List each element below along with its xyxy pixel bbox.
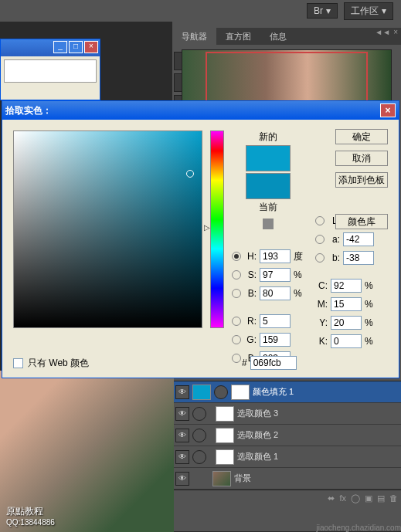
layer-name: 背景	[234, 473, 251, 484]
radio-b[interactable]	[232, 289, 241, 298]
a-input[interactable]	[343, 232, 374, 246]
dialog-buttons: 确定 取消 添加到色板 颜色库	[335, 129, 388, 229]
mask-icon[interactable]: ◯	[351, 493, 360, 503]
mask-thumb	[231, 385, 250, 400]
current-label: 当前	[259, 201, 277, 214]
adjustment-icon	[192, 450, 206, 464]
radio-l[interactable]	[315, 216, 325, 225]
close-icon[interactable]: ×	[84, 41, 98, 53]
cancel-button[interactable]: 取消	[335, 151, 388, 166]
k-input[interactable]	[331, 334, 362, 348]
new-layer-icon[interactable]: ▤	[377, 493, 385, 503]
mask-thumb	[216, 406, 234, 422]
layer-row[interactable]: 👁 背景	[172, 468, 401, 490]
web-colors-checkbox[interactable]: 只有 Web 颜色	[13, 357, 89, 370]
a-field: a:	[315, 232, 388, 246]
visibility-icon[interactable]: 👁	[175, 385, 189, 399]
link-icon[interactable]: ⬌	[328, 493, 335, 503]
layer-row[interactable]: 👁 颜色填充 1	[172, 381, 401, 403]
m-input[interactable]	[331, 297, 362, 311]
layer-row[interactable]: 👁 选取颜色 2	[172, 425, 401, 446]
c-field: C:%	[315, 279, 388, 293]
current-color-swatch[interactable]	[246, 173, 291, 199]
tab-navigator[interactable]: 导航器	[172, 28, 216, 45]
layer-name: 选取颜色 1	[237, 451, 278, 463]
m-field: M:%	[315, 297, 388, 311]
lab-b-field: b:	[315, 251, 388, 265]
layer-name: 选取颜色 3	[237, 408, 278, 419]
dialog-titlebar[interactable]: 拾取实色： ×	[2, 101, 399, 120]
workspace-button[interactable]: 工作区 ▾	[344, 2, 393, 20]
color-lib-button[interactable]: 颜色库	[335, 214, 388, 229]
tab-info[interactable]: 信息	[260, 28, 296, 45]
y-input[interactable]	[331, 316, 362, 330]
checkbox-icon[interactable]	[13, 358, 23, 368]
radio-r[interactable]	[232, 317, 241, 326]
folder-icon[interactable]: ▣	[365, 493, 372, 503]
radio-h[interactable]	[232, 252, 241, 261]
visibility-icon[interactable]: 👁	[175, 472, 189, 486]
h-input[interactable]	[260, 249, 291, 263]
close-icon[interactable]: ×	[380, 103, 396, 117]
saturation-value-field[interactable]	[13, 130, 202, 328]
color-preview: 新的 当前 H:度 S:% B:% R: G: B:	[232, 130, 304, 365]
new-color-swatch	[246, 145, 291, 171]
visibility-icon[interactable]: 👁	[175, 407, 189, 421]
bridge-button[interactable]: Br▾	[307, 3, 338, 19]
gamut-warning-icon[interactable]	[263, 219, 274, 229]
ruler-titlebar[interactable]: _ □ ×	[1, 39, 100, 56]
lab-b-input[interactable]	[343, 251, 374, 265]
watermark: 原點教程 QQ:13844886	[6, 505, 55, 527]
visibility-icon[interactable]: 👁	[175, 450, 189, 464]
radio-lab-b[interactable]	[315, 253, 325, 263]
layers-panel: 👁 颜色填充 1 👁 选取颜色 3 👁 选取颜色 2 👁 选取颜色 1	[172, 381, 401, 531]
radio-a[interactable]	[315, 235, 325, 244]
maximize-icon[interactable]: □	[69, 41, 83, 53]
c-input[interactable]	[331, 279, 362, 293]
layer-thumb	[192, 385, 211, 400]
layer-row[interactable]: 👁 选取颜色 3	[172, 403, 401, 425]
hue-arrow-icon: ▷	[204, 223, 210, 232]
trash-icon[interactable]: 🗑	[389, 493, 398, 503]
sv-marker[interactable]	[186, 170, 194, 178]
visibility-icon[interactable]: 👁	[175, 429, 189, 442]
y-field: Y:%	[315, 316, 388, 330]
layer-row[interactable]: 👁 选取颜色 1	[172, 446, 401, 468]
layer-name: 选取颜色 2	[237, 429, 278, 441]
layers-bottom-bar: ⬌ fx ◯ ▣ ▤ 🗑	[172, 490, 401, 507]
b-input[interactable]	[260, 286, 291, 300]
radio-s[interactable]	[232, 270, 241, 280]
b-field: B:%	[232, 286, 304, 300]
layer-name: 颜色填充 1	[253, 386, 294, 398]
adjustment-icon	[192, 429, 206, 442]
ok-button[interactable]: 确定	[335, 129, 388, 144]
hex-input[interactable]	[250, 356, 297, 370]
hue-slider[interactable]	[210, 130, 224, 328]
minimize-icon[interactable]: _	[53, 41, 67, 53]
collapse-icon[interactable]: ◄◄	[375, 28, 390, 36]
layer-thumb	[212, 471, 231, 486]
fx-icon[interactable]: fx	[339, 493, 346, 503]
mask-thumb	[216, 449, 234, 465]
radio-g[interactable]	[232, 335, 241, 344]
ruler-window: _ □ ×	[0, 39, 100, 100]
g-input[interactable]	[260, 333, 291, 347]
k-field: K:%	[315, 334, 388, 348]
s-input[interactable]	[260, 268, 291, 282]
tab-histogram[interactable]: 直方图	[216, 28, 260, 45]
r-input[interactable]	[260, 314, 291, 328]
adjustment-icon	[214, 385, 228, 399]
h-field: H:度	[232, 249, 304, 263]
panel-tabs: 导航器 直方图 信息	[172, 28, 401, 45]
app-toolbar: Br▾ 工作区 ▾	[0, 0, 401, 22]
add-swatch-button[interactable]: 添加到色板	[335, 172, 388, 188]
radio-bl[interactable]	[232, 354, 241, 363]
new-label: 新的	[259, 130, 277, 144]
s-field: S:%	[232, 268, 304, 282]
document-canvas: 原點教程 QQ:13844886	[0, 371, 174, 532]
panel-controls: ◄◄ ×	[375, 28, 398, 36]
adjustment-icon	[192, 407, 206, 421]
hex-field: #	[242, 356, 297, 370]
g-field: G:	[232, 333, 304, 347]
close-panel-icon[interactable]: ×	[393, 28, 398, 36]
